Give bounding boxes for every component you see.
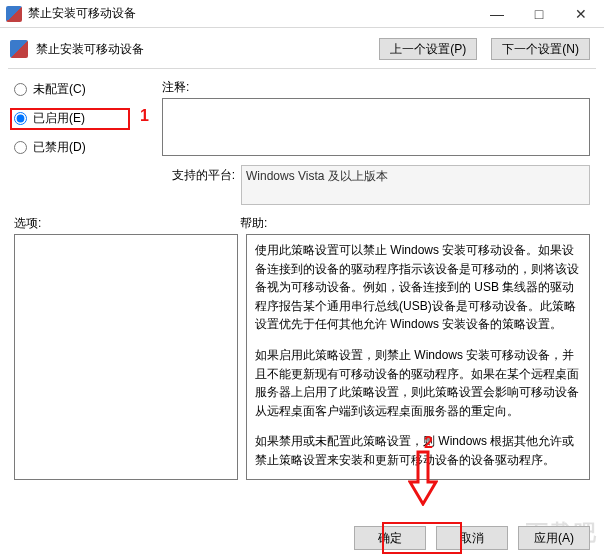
mid-labels: 选项: 帮助: [0, 211, 604, 234]
window-title: 禁止安装可移动设备 [28, 5, 476, 22]
previous-setting-button[interactable]: 上一个设置(P) [379, 38, 477, 60]
lower-panes: 使用此策略设置可以禁止 Windows 安装可移动设备。如果设备连接到的设备的驱… [0, 234, 604, 480]
next-setting-button[interactable]: 下一个设置(N) [491, 38, 590, 60]
button-bar: 确定 取消 应用(A) [0, 526, 604, 550]
radio-not-configured[interactable]: 未配置(C) [14, 81, 154, 98]
help-paragraph-2: 如果启用此策略设置，则禁止 Windows 安装可移动设备，并且不能更新现有可移… [255, 346, 581, 420]
comment-textarea[interactable] [162, 98, 590, 156]
state-radios: 未配置(C) 已启用(E) 已禁用(D) 1 [14, 79, 154, 205]
help-pane: 使用此策略设置可以禁止 Windows 安装可移动设备。如果设备连接到的设备的驱… [246, 234, 590, 480]
help-paragraph-3: 如果禁用或未配置此策略设置，则 Windows 根据其他允许或禁止策略设置来安装… [255, 432, 581, 469]
radio-not-configured-label: 未配置(C) [33, 81, 86, 98]
options-label: 选项: [14, 215, 240, 232]
right-fields: 注释: 支持的平台: Windows Vista 及以上版本 [162, 79, 590, 205]
close-button[interactable]: ✕ [560, 0, 602, 27]
header-band: 禁止安装可移动设备 上一个设置(P) 下一个设置(N) [0, 28, 604, 68]
ok-button[interactable]: 确定 [354, 526, 426, 550]
radio-enabled-label: 已启用(E) [33, 110, 85, 127]
help-paragraph-1: 使用此策略设置可以禁止 Windows 安装可移动设备。如果设备连接到的设备的驱… [255, 241, 581, 334]
radio-enabled-input[interactable] [14, 112, 27, 125]
annotation-number-1: 1 [140, 107, 149, 125]
options-pane [14, 234, 238, 480]
app-icon [6, 6, 22, 22]
title-bar: 禁止安装可移动设备 — □ ✕ [0, 0, 604, 28]
cancel-button[interactable]: 取消 [436, 526, 508, 550]
maximize-button[interactable]: □ [518, 0, 560, 27]
comment-label: 注释: [162, 79, 590, 96]
supported-label: 支持的平台: [162, 165, 235, 184]
policy-name: 禁止安装可移动设备 [36, 41, 371, 58]
radio-disabled-input[interactable] [14, 141, 27, 154]
window-controls: — □ ✕ [476, 0, 602, 27]
radio-not-configured-input[interactable] [14, 83, 27, 96]
radio-enabled[interactable]: 已启用(E) [14, 110, 154, 127]
policy-icon [10, 40, 28, 58]
state-area: 未配置(C) 已启用(E) 已禁用(D) 1 注释: 支持的平台: Window… [0, 69, 604, 211]
minimize-button[interactable]: — [476, 0, 518, 27]
supported-on-box: Windows Vista 及以上版本 [241, 165, 590, 205]
help-label: 帮助: [240, 215, 267, 232]
radio-disabled[interactable]: 已禁用(D) [14, 139, 154, 156]
apply-button[interactable]: 应用(A) [518, 526, 590, 550]
radio-disabled-label: 已禁用(D) [33, 139, 86, 156]
